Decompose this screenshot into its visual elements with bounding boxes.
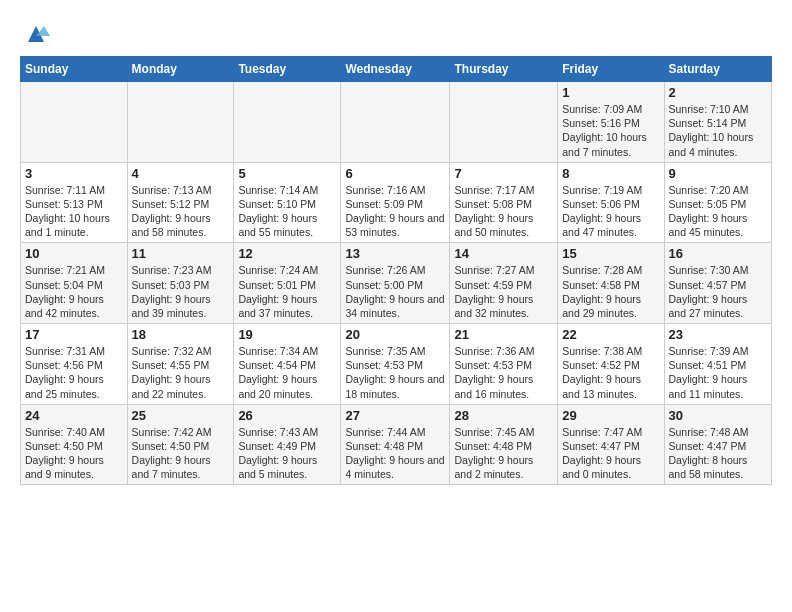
day-info: Sunrise: 7:13 AM Sunset: 5:12 PM Dayligh…: [132, 183, 230, 240]
day-info: Sunrise: 7:42 AM Sunset: 4:50 PM Dayligh…: [132, 425, 230, 482]
calendar-cell: 15Sunrise: 7:28 AM Sunset: 4:58 PM Dayli…: [558, 243, 664, 324]
day-info: Sunrise: 7:28 AM Sunset: 4:58 PM Dayligh…: [562, 263, 659, 320]
calendar-cell: 18Sunrise: 7:32 AM Sunset: 4:55 PM Dayli…: [127, 324, 234, 405]
day-info: Sunrise: 7:40 AM Sunset: 4:50 PM Dayligh…: [25, 425, 123, 482]
day-number: 6: [345, 166, 445, 181]
calendar-cell: 8Sunrise: 7:19 AM Sunset: 5:06 PM Daylig…: [558, 162, 664, 243]
calendar-row: 3Sunrise: 7:11 AM Sunset: 5:13 PM Daylig…: [21, 162, 772, 243]
calendar-cell: 23Sunrise: 7:39 AM Sunset: 4:51 PM Dayli…: [664, 324, 771, 405]
day-number: 23: [669, 327, 767, 342]
day-number: 14: [454, 246, 553, 261]
calendar-cell: 12Sunrise: 7:24 AM Sunset: 5:01 PM Dayli…: [234, 243, 341, 324]
calendar-cell: 19Sunrise: 7:34 AM Sunset: 4:54 PM Dayli…: [234, 324, 341, 405]
calendar-cell: 14Sunrise: 7:27 AM Sunset: 4:59 PM Dayli…: [450, 243, 558, 324]
day-info: Sunrise: 7:10 AM Sunset: 5:14 PM Dayligh…: [669, 102, 767, 159]
day-number: 29: [562, 408, 659, 423]
page: SundayMondayTuesdayWednesdayThursdayFrid…: [0, 0, 792, 495]
day-number: 8: [562, 166, 659, 181]
day-number: 1: [562, 85, 659, 100]
day-number: 30: [669, 408, 767, 423]
day-number: 5: [238, 166, 336, 181]
calendar-row: 10Sunrise: 7:21 AM Sunset: 5:04 PM Dayli…: [21, 243, 772, 324]
day-info: Sunrise: 7:48 AM Sunset: 4:47 PM Dayligh…: [669, 425, 767, 482]
day-info: Sunrise: 7:47 AM Sunset: 4:47 PM Dayligh…: [562, 425, 659, 482]
calendar-cell: 1Sunrise: 7:09 AM Sunset: 5:16 PM Daylig…: [558, 82, 664, 163]
calendar-cell: 3Sunrise: 7:11 AM Sunset: 5:13 PM Daylig…: [21, 162, 128, 243]
calendar-cell: 7Sunrise: 7:17 AM Sunset: 5:08 PM Daylig…: [450, 162, 558, 243]
day-number: 16: [669, 246, 767, 261]
day-number: 15: [562, 246, 659, 261]
day-number: 19: [238, 327, 336, 342]
day-info: Sunrise: 7:09 AM Sunset: 5:16 PM Dayligh…: [562, 102, 659, 159]
calendar-cell: 28Sunrise: 7:45 AM Sunset: 4:48 PM Dayli…: [450, 404, 558, 485]
day-info: Sunrise: 7:38 AM Sunset: 4:52 PM Dayligh…: [562, 344, 659, 401]
weekday-header: Saturday: [664, 57, 771, 82]
calendar-cell: 6Sunrise: 7:16 AM Sunset: 5:09 PM Daylig…: [341, 162, 450, 243]
day-info: Sunrise: 7:17 AM Sunset: 5:08 PM Dayligh…: [454, 183, 553, 240]
calendar-cell: 27Sunrise: 7:44 AM Sunset: 4:48 PM Dayli…: [341, 404, 450, 485]
day-number: 25: [132, 408, 230, 423]
calendar-cell: 24Sunrise: 7:40 AM Sunset: 4:50 PM Dayli…: [21, 404, 128, 485]
day-info: Sunrise: 7:34 AM Sunset: 4:54 PM Dayligh…: [238, 344, 336, 401]
day-info: Sunrise: 7:39 AM Sunset: 4:51 PM Dayligh…: [669, 344, 767, 401]
day-info: Sunrise: 7:11 AM Sunset: 5:13 PM Dayligh…: [25, 183, 123, 240]
calendar-cell: 30Sunrise: 7:48 AM Sunset: 4:47 PM Dayli…: [664, 404, 771, 485]
calendar-row: 24Sunrise: 7:40 AM Sunset: 4:50 PM Dayli…: [21, 404, 772, 485]
calendar-row: 17Sunrise: 7:31 AM Sunset: 4:56 PM Dayli…: [21, 324, 772, 405]
calendar-cell: [341, 82, 450, 163]
day-info: Sunrise: 7:19 AM Sunset: 5:06 PM Dayligh…: [562, 183, 659, 240]
logo-icon: [22, 20, 50, 48]
weekday-header: Tuesday: [234, 57, 341, 82]
calendar-cell: 25Sunrise: 7:42 AM Sunset: 4:50 PM Dayli…: [127, 404, 234, 485]
day-number: 9: [669, 166, 767, 181]
day-info: Sunrise: 7:36 AM Sunset: 4:53 PM Dayligh…: [454, 344, 553, 401]
calendar-row: 1Sunrise: 7:09 AM Sunset: 5:16 PM Daylig…: [21, 82, 772, 163]
day-number: 11: [132, 246, 230, 261]
calendar-table: SundayMondayTuesdayWednesdayThursdayFrid…: [20, 56, 772, 485]
day-info: Sunrise: 7:35 AM Sunset: 4:53 PM Dayligh…: [345, 344, 445, 401]
calendar-cell: [21, 82, 128, 163]
day-info: Sunrise: 7:24 AM Sunset: 5:01 PM Dayligh…: [238, 263, 336, 320]
day-info: Sunrise: 7:14 AM Sunset: 5:10 PM Dayligh…: [238, 183, 336, 240]
day-info: Sunrise: 7:44 AM Sunset: 4:48 PM Dayligh…: [345, 425, 445, 482]
calendar-cell: 9Sunrise: 7:20 AM Sunset: 5:05 PM Daylig…: [664, 162, 771, 243]
calendar-cell: 10Sunrise: 7:21 AM Sunset: 5:04 PM Dayli…: [21, 243, 128, 324]
weekday-header: Thursday: [450, 57, 558, 82]
calendar-cell: [234, 82, 341, 163]
weekday-header: Friday: [558, 57, 664, 82]
day-info: Sunrise: 7:16 AM Sunset: 5:09 PM Dayligh…: [345, 183, 445, 240]
calendar-cell: [127, 82, 234, 163]
calendar-cell: 4Sunrise: 7:13 AM Sunset: 5:12 PM Daylig…: [127, 162, 234, 243]
day-info: Sunrise: 7:32 AM Sunset: 4:55 PM Dayligh…: [132, 344, 230, 401]
day-number: 4: [132, 166, 230, 181]
calendar-cell: 26Sunrise: 7:43 AM Sunset: 4:49 PM Dayli…: [234, 404, 341, 485]
weekday-header: Sunday: [21, 57, 128, 82]
day-number: 24: [25, 408, 123, 423]
weekday-header: Monday: [127, 57, 234, 82]
day-number: 7: [454, 166, 553, 181]
day-number: 26: [238, 408, 336, 423]
calendar-cell: 5Sunrise: 7:14 AM Sunset: 5:10 PM Daylig…: [234, 162, 341, 243]
calendar-cell: 22Sunrise: 7:38 AM Sunset: 4:52 PM Dayli…: [558, 324, 664, 405]
weekday-header: Wednesday: [341, 57, 450, 82]
logo: [20, 20, 50, 48]
day-number: 20: [345, 327, 445, 342]
header-row: SundayMondayTuesdayWednesdayThursdayFrid…: [21, 57, 772, 82]
day-info: Sunrise: 7:45 AM Sunset: 4:48 PM Dayligh…: [454, 425, 553, 482]
day-number: 13: [345, 246, 445, 261]
calendar-cell: 20Sunrise: 7:35 AM Sunset: 4:53 PM Dayli…: [341, 324, 450, 405]
day-info: Sunrise: 7:20 AM Sunset: 5:05 PM Dayligh…: [669, 183, 767, 240]
calendar-cell: 17Sunrise: 7:31 AM Sunset: 4:56 PM Dayli…: [21, 324, 128, 405]
calendar-header: SundayMondayTuesdayWednesdayThursdayFrid…: [21, 57, 772, 82]
header: [20, 16, 772, 48]
day-number: 21: [454, 327, 553, 342]
calendar-cell: 2Sunrise: 7:10 AM Sunset: 5:14 PM Daylig…: [664, 82, 771, 163]
day-info: Sunrise: 7:30 AM Sunset: 4:57 PM Dayligh…: [669, 263, 767, 320]
day-info: Sunrise: 7:31 AM Sunset: 4:56 PM Dayligh…: [25, 344, 123, 401]
day-number: 17: [25, 327, 123, 342]
day-number: 12: [238, 246, 336, 261]
day-info: Sunrise: 7:43 AM Sunset: 4:49 PM Dayligh…: [238, 425, 336, 482]
calendar-body: 1Sunrise: 7:09 AM Sunset: 5:16 PM Daylig…: [21, 82, 772, 485]
day-number: 10: [25, 246, 123, 261]
calendar-cell: 16Sunrise: 7:30 AM Sunset: 4:57 PM Dayli…: [664, 243, 771, 324]
